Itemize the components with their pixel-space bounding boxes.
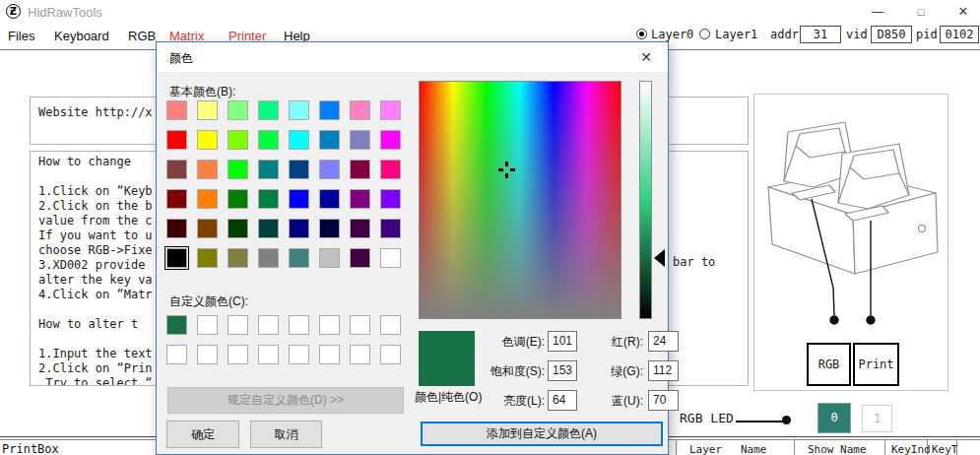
basic-color-swatch[interactable] [166, 100, 187, 120]
basic-color-swatch[interactable] [380, 248, 401, 268]
basic-color-swatch[interactable] [197, 189, 218, 209]
luminance-slider-arrow[interactable] [654, 249, 665, 267]
basic-color-swatch[interactable] [197, 248, 218, 268]
basic-color-swatch[interactable] [380, 219, 401, 238]
basic-color-swatch[interactable] [228, 100, 248, 120]
luminance-bar[interactable] [639, 81, 652, 319]
basic-color-swatch[interactable] [258, 160, 279, 179]
basic-color-swatch[interactable] [258, 189, 279, 209]
basic-color-swatch[interactable] [350, 130, 370, 150]
basic-color-swatch[interactable] [380, 189, 401, 209]
addr-field[interactable]: 31 [800, 26, 841, 43]
vid-field[interactable]: D850 [871, 26, 912, 43]
color-solid-label: 颜色|纯色(O) [415, 389, 482, 406]
custom-color-swatch[interactable] [166, 315, 187, 335]
add-to-custom-colors-button[interactable]: 添加到自定义颜色(A) [421, 422, 663, 446]
hue-field[interactable]: 101 [548, 331, 577, 352]
basic-color-swatch[interactable] [319, 248, 340, 268]
custom-color-swatch[interactable] [166, 345, 187, 364]
print-key-button[interactable]: Print [853, 343, 899, 386]
basic-color-swatch[interactable] [289, 160, 309, 179]
hue-saturation-field[interactable] [419, 81, 621, 319]
custom-color-swatch[interactable] [350, 345, 370, 364]
basic-color-swatch[interactable] [350, 248, 370, 268]
close-button[interactable]: ✕ [949, 0, 977, 25]
basic-color-swatch[interactable] [289, 219, 309, 238]
basic-color-swatch[interactable] [197, 130, 218, 150]
hue-label: 色调(E): [474, 334, 545, 351]
dialog-titlebar[interactable]: 颜色 ✕ [157, 42, 668, 72]
basic-color-swatch[interactable] [319, 219, 340, 238]
basic-color-swatch[interactable] [319, 189, 340, 209]
custom-color-swatch[interactable] [228, 315, 248, 335]
menu-files[interactable]: Files [8, 29, 34, 43]
minimize-button[interactable]: — [863, 0, 892, 25]
menu-rgb[interactable]: RGB [128, 29, 156, 43]
basic-color-swatch[interactable] [228, 219, 248, 238]
custom-color-swatch[interactable] [197, 345, 218, 364]
pid-field[interactable]: 0102 [940, 26, 979, 43]
custom-color-swatch[interactable] [258, 345, 279, 364]
basic-color-swatch[interactable] [228, 160, 248, 179]
red-field[interactable]: 24 [648, 331, 679, 352]
cancel-button[interactable]: 取消 [250, 421, 322, 448]
basic-color-swatch[interactable] [350, 189, 370, 209]
basic-color-swatch[interactable] [166, 189, 187, 209]
ok-button[interactable]: 确定 [166, 421, 239, 448]
led-index-1[interactable]: 1 [862, 405, 892, 432]
custom-color-swatch[interactable] [289, 315, 309, 335]
basic-color-swatch[interactable] [380, 100, 401, 120]
green-field[interactable]: 112 [648, 360, 679, 381]
custom-color-swatch[interactable] [258, 315, 279, 335]
custom-color-swatch[interactable] [197, 315, 218, 335]
custom-color-swatch[interactable] [319, 315, 340, 335]
basic-color-swatch[interactable] [166, 130, 187, 150]
custom-color-swatch[interactable] [350, 315, 370, 335]
basic-color-swatch[interactable] [228, 130, 248, 150]
basic-color-swatch[interactable] [289, 189, 309, 209]
color-crosshair-marker[interactable] [498, 162, 515, 178]
basic-color-swatch[interactable] [380, 160, 401, 179]
saturation-field[interactable]: 153 [548, 360, 577, 381]
bottom-table-header: LayerNameShow NameKeyIndKeyT [673, 440, 980, 455]
basic-color-swatch[interactable] [166, 160, 187, 179]
basic-color-swatch[interactable] [380, 130, 401, 150]
basic-color-swatch[interactable] [319, 160, 340, 179]
basic-color-swatch[interactable] [289, 100, 309, 120]
dialog-close-icon[interactable]: ✕ [637, 49, 655, 65]
basic-color-swatch[interactable] [258, 219, 279, 238]
maximize-button[interactable]: □ [907, 0, 935, 25]
basic-color-swatch[interactable] [197, 160, 218, 179]
basic-color-swatch[interactable] [197, 100, 218, 120]
basic-color-swatch[interactable] [228, 248, 248, 268]
basic-color-swatch[interactable] [197, 219, 218, 238]
luminance-field[interactable]: 64 [548, 390, 577, 411]
basic-color-swatch[interactable] [258, 248, 279, 268]
custom-color-swatch[interactable] [228, 345, 248, 364]
led-index-0[interactable]: 0 [817, 403, 851, 433]
basic-color-swatch[interactable] [319, 100, 340, 120]
basic-color-swatch[interactable] [319, 130, 340, 150]
menu-keyboard[interactable]: Keyboard [54, 29, 109, 43]
custom-color-swatch[interactable] [319, 345, 340, 364]
blue-field[interactable]: 70 [648, 390, 679, 411]
basic-color-swatch[interactable] [289, 130, 309, 150]
basic-color-swatch[interactable] [350, 160, 370, 179]
radio-layer1-label[interactable]: Layer1 [715, 28, 757, 41]
basic-color-swatch[interactable] [289, 248, 309, 268]
basic-color-swatch[interactable] [258, 130, 279, 150]
custom-color-swatch[interactable] [380, 345, 401, 364]
radio-layer0-label[interactable]: Layer0 [651, 28, 693, 41]
basic-color-swatch[interactable] [258, 100, 279, 120]
custom-color-swatch[interactable] [289, 345, 309, 364]
rgb-key-button[interactable]: RGB [807, 343, 851, 386]
radio-layer0[interactable] [636, 29, 647, 39]
custom-color-swatch[interactable] [380, 315, 401, 335]
basic-color-swatch[interactable] [350, 100, 370, 120]
column-separator [676, 440, 677, 455]
basic-color-swatch[interactable] [228, 189, 248, 209]
radio-layer1[interactable] [699, 29, 710, 39]
basic-color-swatch[interactable] [166, 248, 187, 268]
basic-color-swatch[interactable] [350, 219, 370, 238]
basic-color-swatch[interactable] [166, 219, 187, 238]
